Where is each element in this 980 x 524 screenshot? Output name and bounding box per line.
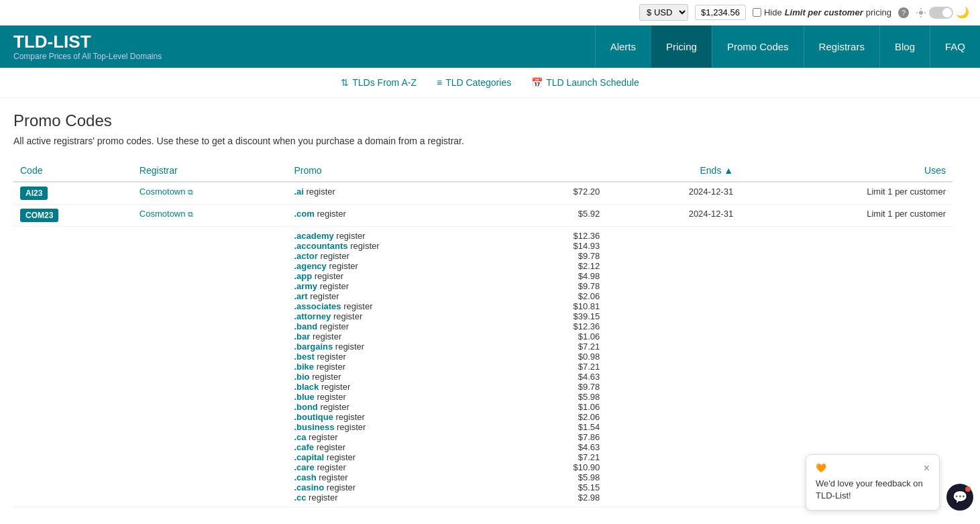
nav-item-promo-codes[interactable]: Promo Codes bbox=[712, 25, 804, 68]
logo-link[interactable]: TLD-LIST Compare Prices of All Top-Level… bbox=[0, 25, 175, 68]
registrar-link[interactable]: Cosmotown bbox=[140, 187, 186, 197]
nav-item-alerts[interactable]: Alerts bbox=[595, 25, 651, 68]
code-cell bbox=[13, 226, 133, 507]
sort-icon: ⇅ bbox=[341, 77, 349, 88]
header: TLD-LIST Compare Prices of All Top-Level… bbox=[0, 25, 980, 68]
currency-select[interactable]: $ USD € EUR £ GBP bbox=[639, 4, 688, 21]
tld-link[interactable]: .academy bbox=[294, 231, 333, 241]
svg-point-0 bbox=[919, 11, 923, 15]
main-nav: Alerts Pricing Promo Codes Registrars Bl… bbox=[595, 25, 980, 68]
hide-limit-checkbox[interactable] bbox=[753, 8, 761, 17]
promo-code-badge: AI23 bbox=[20, 187, 48, 200]
col-header-price bbox=[514, 160, 606, 182]
feedback-text: We'd love your feedback on TLD-List! bbox=[816, 478, 930, 502]
table-header-row: Code Registrar Promo Ends ▲ Uses bbox=[13, 160, 952, 182]
tld-link[interactable]: .bar bbox=[294, 331, 310, 342]
nav-item-pricing[interactable]: Pricing bbox=[651, 25, 712, 68]
tld-link[interactable]: .accountants bbox=[294, 241, 347, 251]
table-row: COM23 Cosmotown ⧉ .com register $5.92 20… bbox=[13, 204, 952, 226]
tld-link[interactable]: .cafe bbox=[294, 442, 314, 452]
tld-link[interactable]: .cash bbox=[294, 472, 316, 482]
sun-icon bbox=[916, 7, 926, 18]
col-header-ends[interactable]: Ends ▲ bbox=[606, 160, 740, 182]
tld-link[interactable]: .blue bbox=[294, 392, 314, 402]
tld-link[interactable]: .bio bbox=[294, 372, 309, 382]
tld-link[interactable]: .app bbox=[294, 271, 312, 281]
logo-title: TLD-LIST bbox=[13, 32, 162, 52]
tld-link[interactable]: .band bbox=[294, 321, 317, 331]
nav-item-blog[interactable]: Blog bbox=[879, 25, 930, 68]
feedback-widget: 🧡 × We'd love your feedback on TLD-List! bbox=[806, 454, 940, 507]
tld-link[interactable]: .business bbox=[294, 422, 334, 432]
page-content: Promo Codes All active registrars' promo… bbox=[0, 98, 966, 507]
page-title: Promo Codes bbox=[13, 111, 952, 130]
tld-link[interactable]: .com bbox=[294, 209, 314, 219]
top-bar: $ USD € EUR £ GBP $1,234.56 Hide Limit p… bbox=[0, 0, 980, 25]
tld-link[interactable]: .black bbox=[294, 382, 319, 392]
tld-link[interactable]: .care bbox=[294, 462, 314, 472]
ends-cell-empty bbox=[606, 226, 740, 507]
subnav-tlds-az[interactable]: ⇅ TLDs From A-Z bbox=[341, 77, 417, 88]
chat-button[interactable]: 💬 bbox=[946, 484, 973, 507]
tld-link[interactable]: .bond bbox=[294, 402, 317, 412]
code-cell: COM23 bbox=[13, 204, 133, 226]
promo-cell: .academy register .accountants register … bbox=[287, 226, 514, 507]
tld-link[interactable]: .associates bbox=[294, 301, 341, 311]
feedback-header: 🧡 × bbox=[816, 463, 930, 474]
sub-nav: ⇅ TLDs From A-Z ≡ TLD Categories 📅 TLD L… bbox=[0, 68, 980, 98]
col-header-registrar: Registrar bbox=[133, 160, 288, 182]
col-header-uses: Uses bbox=[740, 160, 952, 182]
toggle-thumb bbox=[942, 8, 952, 17]
hide-limit-label[interactable]: Hide Limit per customer pricing bbox=[753, 7, 891, 17]
tld-link[interactable]: .art bbox=[294, 291, 307, 301]
toggle-track[interactable] bbox=[929, 7, 953, 19]
tld-link[interactable]: .agency bbox=[294, 261, 326, 271]
col-header-promo: Promo bbox=[287, 160, 514, 182]
registrar-cell: Cosmotown ⧉ bbox=[133, 204, 288, 226]
ends-cell: 2024-12-31 bbox=[606, 182, 740, 205]
tld-link[interactable]: .bike bbox=[294, 362, 314, 372]
nav-item-registrars[interactable]: Registrars bbox=[804, 25, 879, 68]
promo-cell: .ai register bbox=[287, 182, 514, 205]
feedback-emoji: 🧡 bbox=[816, 463, 826, 473]
moon-icon: 🌙 bbox=[956, 6, 969, 19]
table-row: AI23 Cosmotown ⧉ .ai register $72.20 202… bbox=[13, 182, 952, 205]
registrar-cell bbox=[133, 226, 288, 507]
tld-link[interactable]: .bargains bbox=[294, 342, 333, 352]
code-cell: AI23 bbox=[13, 182, 133, 205]
registrar-link[interactable]: Cosmotown bbox=[140, 209, 186, 219]
tld-link[interactable]: .ai bbox=[294, 187, 303, 197]
registrar-cell: Cosmotown ⧉ bbox=[133, 182, 288, 205]
logo-subtitle: Compare Prices of All Top-Level Domains bbox=[13, 52, 162, 61]
chat-notification-dot bbox=[965, 486, 971, 492]
page-description: All active registrars' promo codes. Use … bbox=[13, 136, 952, 146]
tld-link[interactable]: .best bbox=[294, 352, 314, 362]
help-icon[interactable]: ? bbox=[898, 7, 909, 18]
tld-link[interactable]: .ca bbox=[294, 432, 306, 442]
ends-cell: 2024-12-31 bbox=[606, 204, 740, 226]
price-cell: $5.92 bbox=[514, 204, 606, 226]
col-header-code: Code bbox=[13, 160, 133, 182]
balance-button[interactable]: $1,234.56 bbox=[695, 5, 746, 20]
price-cell: $12.36 $14.93 $9.78 $2.12 $4.98 $9.78 $2… bbox=[514, 226, 606, 507]
tld-link[interactable]: .casino bbox=[294, 482, 324, 492]
tld-link[interactable]: .cc bbox=[294, 492, 306, 503]
subnav-tld-launch[interactable]: 📅 TLD Launch Schedule bbox=[531, 77, 639, 88]
tld-link[interactable]: .boutique bbox=[294, 412, 333, 422]
calendar-icon: 📅 bbox=[531, 77, 543, 88]
uses-cell: Limit 1 per customer bbox=[740, 182, 952, 205]
tld-link[interactable]: .capital bbox=[294, 452, 324, 462]
nav-item-faq[interactable]: FAQ bbox=[930, 25, 980, 68]
theme-toggle[interactable]: 🌙 bbox=[916, 6, 969, 19]
tld-link[interactable]: .actor bbox=[294, 251, 317, 261]
external-link-icon: ⧉ bbox=[188, 188, 193, 196]
list-icon: ≡ bbox=[437, 77, 442, 88]
close-feedback-button[interactable]: × bbox=[924, 463, 930, 474]
tld-link[interactable]: .army bbox=[294, 281, 317, 291]
chat-icon: 💬 bbox=[952, 490, 967, 505]
promo-cell: .com register bbox=[287, 204, 514, 226]
tld-link[interactable]: .attorney bbox=[294, 311, 331, 321]
price-cell: $72.20 bbox=[514, 182, 606, 205]
external-link-icon: ⧉ bbox=[188, 210, 193, 218]
subnav-tld-categories[interactable]: ≡ TLD Categories bbox=[437, 77, 511, 88]
